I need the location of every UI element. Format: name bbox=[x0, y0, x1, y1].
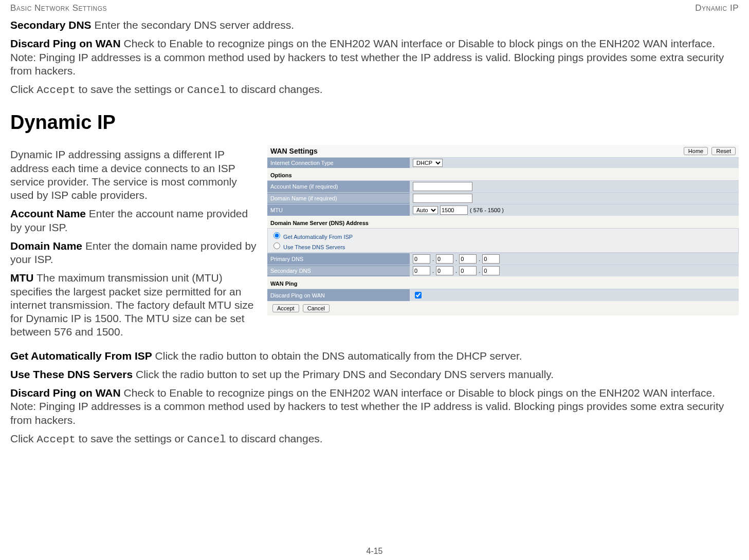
sdns-3[interactable] bbox=[459, 266, 477, 275]
label-conn-type: Internet Connection Type bbox=[267, 158, 410, 167]
dns-auto-radio[interactable] bbox=[273, 232, 280, 239]
section-title: Dynamic IP bbox=[10, 111, 739, 134]
conn-type-select[interactable]: DHCP bbox=[413, 159, 443, 167]
discard-ping-checkbox[interactable] bbox=[415, 292, 422, 298]
para-auto-isp: Get Automatically From ISP Click the rad… bbox=[10, 349, 739, 363]
para-use-dns: Use These DNS Servers Click the radio bu… bbox=[10, 368, 739, 381]
mono-cancel-bottom: Cancel bbox=[187, 434, 226, 445]
account-input[interactable] bbox=[413, 182, 472, 191]
mono-accept-bottom: Accept bbox=[36, 434, 76, 445]
mtu-mode-select[interactable]: Auto bbox=[413, 206, 438, 214]
term-domain: Domain Name bbox=[10, 240, 82, 252]
click-mid-bottom: to save the settings or bbox=[76, 433, 187, 444]
page-number: 4-15 bbox=[0, 547, 749, 556]
para-mtu: MTU The maximum transmission unit (MTU) … bbox=[10, 271, 257, 339]
pdns-2[interactable] bbox=[436, 254, 453, 264]
text-mtu: The maximum transmission unit (MTU) spec… bbox=[10, 272, 253, 338]
home-button[interactable]: Home bbox=[684, 147, 708, 155]
wan-settings-screenshot: WAN Settings Home Reset Internet Connect… bbox=[267, 145, 739, 315]
dns-auto-label: Get Automatically From ISP bbox=[283, 234, 353, 240]
sdns-4[interactable] bbox=[482, 266, 500, 275]
label-mtu: MTU bbox=[267, 206, 410, 215]
domain-input[interactable] bbox=[413, 194, 472, 203]
text-secondary-dns: Enter the secondary DNS server address. bbox=[92, 19, 295, 31]
term-use: Use These DNS Servers bbox=[10, 368, 133, 380]
sdns-1[interactable] bbox=[413, 266, 430, 275]
para-click-accept-bottom: Click Accept to save the settings or Can… bbox=[10, 432, 739, 446]
para-discard-ping-top: Discard Ping on WAN Check to Enable to r… bbox=[10, 37, 739, 78]
para-secondary-dns: Secondary DNS Enter the secondary DNS se… bbox=[10, 18, 739, 32]
text-auto: Click the radio button to obtain the DNS… bbox=[152, 350, 522, 362]
header-right: Dynamic IP bbox=[695, 3, 739, 13]
pdns-1[interactable] bbox=[413, 254, 430, 264]
term-discard-top: Discard Ping on WAN bbox=[10, 38, 121, 49]
click-prefix-top: Click bbox=[10, 83, 36, 95]
reset-button[interactable]: Reset bbox=[711, 147, 736, 155]
intro-text: Dynamic IP addressing assigns a differen… bbox=[10, 148, 257, 202]
term-discard-bottom: Discard Ping on WAN bbox=[10, 387, 121, 399]
term-account: Account Name bbox=[10, 208, 86, 219]
wan-ping-label: WAN Ping bbox=[267, 276, 739, 289]
pdns-3[interactable] bbox=[459, 254, 477, 264]
dns-section-label: Domain Name Server (DNS) Address bbox=[267, 216, 739, 228]
dns-manual-label: Use These DNS Servers bbox=[283, 244, 345, 250]
click-mid-top: to save the settings or bbox=[76, 83, 187, 95]
options-label: Options bbox=[267, 168, 739, 180]
label-account: Account Name (if required) bbox=[267, 182, 410, 191]
label-secondary-dns: Secondary DNS bbox=[267, 266, 410, 275]
text-use: Click the radio button to set up the Pri… bbox=[133, 368, 554, 380]
mtu-range: ( 576 - 1500 ) bbox=[470, 207, 504, 213]
ui-title: WAN Settings bbox=[270, 147, 318, 155]
pdns-4[interactable] bbox=[482, 254, 500, 264]
cancel-button[interactable]: Cancel bbox=[303, 304, 330, 312]
label-domain: Domain Name (if required) bbox=[267, 194, 410, 203]
mono-accept-top: Accept bbox=[36, 84, 76, 96]
click-prefix-bottom: Click bbox=[10, 433, 36, 444]
dns-manual-row[interactable]: Use These DNS Servers bbox=[271, 240, 735, 251]
header-left: Basic Network Settings bbox=[10, 3, 107, 13]
mono-cancel-top: Cancel bbox=[187, 84, 226, 96]
para-click-accept-top: Click Accept to save the settings or Can… bbox=[10, 83, 739, 97]
para-domain: Domain Name Enter the domain name provid… bbox=[10, 239, 257, 267]
para-account: Account Name Enter the account name prov… bbox=[10, 207, 257, 234]
click-end-bottom: to discard changes. bbox=[226, 433, 323, 444]
label-discard-ping: Discard Ping on WAN bbox=[267, 291, 410, 300]
accept-button[interactable]: Accept bbox=[272, 304, 299, 312]
term-auto: Get Automatically From ISP bbox=[10, 350, 152, 362]
mtu-input[interactable] bbox=[440, 206, 468, 215]
click-end-top: to discard changes. bbox=[226, 83, 323, 95]
term-secondary-dns: Secondary DNS bbox=[10, 19, 92, 31]
dns-auto-row[interactable]: Get Automatically From ISP bbox=[271, 230, 735, 240]
sdns-2[interactable] bbox=[436, 266, 453, 275]
para-discard-bottom: Discard Ping on WAN Check to Enable to r… bbox=[10, 386, 739, 427]
term-mtu: MTU bbox=[10, 272, 34, 284]
dns-manual-radio[interactable] bbox=[273, 242, 280, 249]
label-primary-dns: Primary DNS bbox=[267, 254, 410, 264]
